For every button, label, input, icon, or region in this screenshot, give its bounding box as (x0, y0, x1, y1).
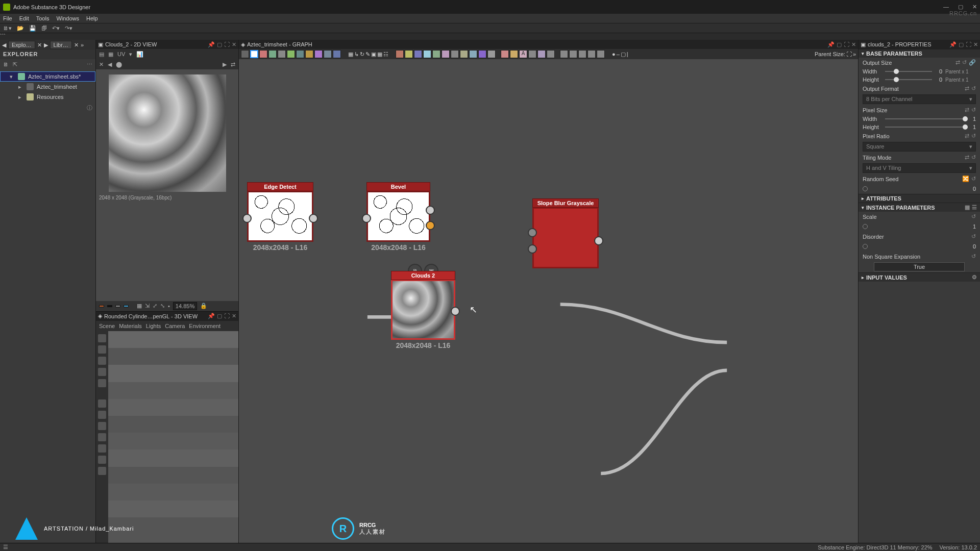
atomic-icon[interactable] (423, 50, 431, 58)
shuffle-icon[interactable]: 🔀 (962, 176, 969, 182)
close-icon[interactable]: ✕ (232, 41, 236, 48)
tool-icon[interactable] (296, 50, 304, 58)
atomic-icon[interactable] (569, 50, 577, 58)
max-icon[interactable]: ⛶ (224, 313, 230, 319)
combo-ratio[interactable]: Square▾ (863, 142, 976, 152)
atomic-icon[interactable] (478, 50, 486, 58)
reset-icon[interactable]: ↺ (971, 133, 976, 139)
pin-icon[interactable]: 📌 (949, 41, 957, 48)
uv-label[interactable]: UV (117, 51, 125, 57)
collapse-icon[interactable]: ⤡ (160, 303, 165, 309)
menu-lights[interactable]: Lights (146, 323, 161, 329)
undo-icon[interactable]: ↶▾ (52, 25, 60, 32)
slider-px-height[interactable]: Height 1 (859, 123, 980, 131)
tool-icon[interactable]: ↻ (360, 51, 364, 58)
grid-icon[interactable]: ▦ (965, 204, 970, 211)
hide-icon[interactable] (98, 444, 106, 453)
menu-file[interactable]: File (3, 15, 12, 21)
slider-width[interactable]: Width 0 Parent x 1 (859, 67, 980, 76)
link-icon[interactable]: ⇄ (965, 85, 969, 92)
env-icon[interactable] (98, 368, 106, 376)
reset-icon[interactable]: ↺ (971, 233, 976, 240)
gizmo-icon[interactable] (98, 456, 106, 464)
tool-icon[interactable] (333, 50, 341, 58)
prev-icon[interactable]: ◀ (108, 61, 112, 68)
input-port[interactable] (362, 214, 371, 223)
lock-icon[interactable]: 🔗 (969, 59, 976, 66)
new-icon[interactable]: 🗎▾ (3, 25, 12, 32)
snap-icon[interactable] (98, 467, 106, 475)
tool-icon[interactable]: ✎ (365, 51, 370, 58)
dot-icon[interactable]: • (168, 303, 170, 309)
graph-canvas[interactable]: Edge Detect 2048x2048 - L16 Bevel 2048x2… (239, 59, 858, 543)
fit-icon[interactable]: ▦ (108, 51, 113, 58)
tool-icon[interactable] (250, 50, 258, 58)
combo-format[interactable]: 8 Bits per Channel▾ (863, 94, 976, 104)
tool-icon[interactable]: ↳ (354, 51, 359, 58)
radio-seed[interactable]: 0 (859, 184, 980, 194)
reset-icon[interactable]: ↺ (971, 253, 976, 260)
menu-help[interactable]: Help (86, 15, 98, 21)
atomic-icon[interactable] (528, 50, 536, 58)
menu-windows[interactable]: Windows (56, 15, 79, 21)
histogram-icon[interactable]: 📊 (136, 51, 143, 58)
atomic-icon[interactable] (469, 50, 477, 58)
minimize-button[interactable]: — (943, 4, 949, 10)
popout-icon[interactable]: ▢ (837, 41, 842, 48)
atomic-icon[interactable] (547, 50, 555, 58)
light-icon[interactable] (98, 345, 106, 354)
menu-environment[interactable]: Environment (189, 323, 220, 329)
tab-explorer[interactable]: Explo… (8, 41, 35, 49)
atomic-icon[interactable] (510, 50, 518, 58)
material-icon[interactable] (98, 357, 106, 365)
chevron-down-icon[interactable]: ▾ (129, 51, 132, 58)
tool-icon[interactable] (241, 50, 249, 58)
link-icon[interactable]: ⇄ (965, 107, 969, 113)
popout-icon[interactable]: ▢ (217, 313, 222, 319)
atomic-icon[interactable] (587, 50, 596, 58)
output-port[interactable] (451, 307, 460, 316)
slider-height[interactable]: Height 0 Parent x 1 (859, 76, 980, 84)
max-icon[interactable]: ⛶ (844, 41, 849, 48)
input-port[interactable] (242, 214, 252, 223)
view2d-canvas[interactable]: 2048 x 2048 (Grayscale, 16bpc) (96, 69, 238, 301)
radio-disorder[interactable]: 0 (859, 241, 980, 252)
gear-icon[interactable]: ⚙ (972, 274, 977, 281)
expand-icon[interactable]: ⛶ (846, 51, 852, 57)
maximize-button[interactable]: ▢ (958, 4, 963, 10)
open-icon[interactable]: 📂 (17, 25, 24, 32)
atomic-icon[interactable] (597, 50, 605, 58)
record-icon[interactable]: ⬤ (116, 61, 122, 68)
atomic-icon[interactable] (560, 50, 568, 58)
tool-icon[interactable]: ● (612, 51, 616, 57)
move-icon[interactable] (98, 399, 106, 408)
input-port[interactable] (528, 228, 537, 237)
reset-icon[interactable]: ↺ (971, 107, 976, 113)
radio-scale[interactable]: 1 (859, 221, 980, 232)
atomic-icon[interactable] (432, 50, 440, 58)
reset-icon[interactable]: ↺ (962, 59, 967, 66)
tool-icon[interactable] (268, 50, 277, 58)
menu-camera[interactable]: Camera (165, 323, 185, 329)
list-icon[interactable]: ☰ (972, 204, 977, 211)
tool-icon[interactable] (287, 50, 295, 58)
grid-icon[interactable]: ▦ (137, 303, 142, 309)
close-icon[interactable]: ✕ (851, 41, 856, 48)
node-edge-detect[interactable]: Edge Detect 2048x2048 - L16 (247, 191, 313, 242)
save-all-icon[interactable]: 🗐 (41, 25, 47, 31)
tab-library[interactable]: Libr… (50, 41, 72, 49)
atomic-icon[interactable] (442, 50, 450, 58)
menu-scene[interactable]: Scene (99, 323, 115, 329)
link-icon[interactable]: ⇄ (965, 133, 969, 139)
arrange-icon[interactable]: ▦ (348, 51, 353, 58)
info-icon[interactable]: ⓘ (0, 102, 95, 114)
lock-icon[interactable]: 🔒 (200, 303, 207, 309)
output-port[interactable] (426, 206, 435, 215)
max-icon[interactable]: ⛶ (224, 41, 230, 48)
close-icon[interactable]: ✕ (973, 41, 978, 48)
scale-icon[interactable] (98, 422, 106, 430)
popout-icon[interactable]: ▢ (959, 41, 964, 48)
reset-icon[interactable]: ↺ (971, 85, 976, 92)
channel-b-icon[interactable] (124, 305, 129, 307)
tool-icon[interactable] (305, 50, 313, 58)
